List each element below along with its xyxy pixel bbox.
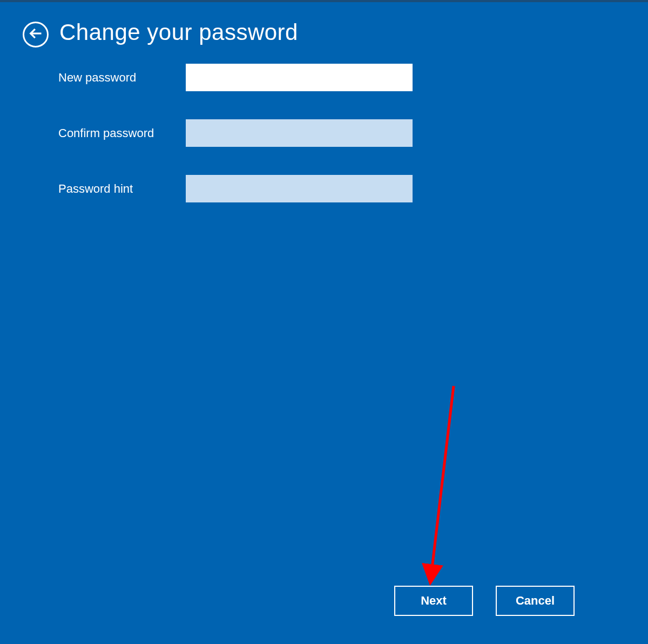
confirm-password-row: Confirm password: [58, 119, 413, 147]
new-password-row: New password: [58, 64, 413, 91]
new-password-input[interactable]: [186, 64, 413, 91]
dialog-button-bar: Next Cancel: [394, 586, 575, 616]
next-button[interactable]: Next: [394, 586, 473, 616]
password-hint-input[interactable]: [186, 175, 413, 202]
page-title: Change your password: [59, 19, 298, 45]
svg-line-2: [431, 386, 454, 578]
password-hint-row: Password hint: [58, 175, 413, 202]
window-top-border: [0, 0, 648, 2]
password-hint-label: Password hint: [58, 182, 186, 196]
cancel-button[interactable]: Cancel: [496, 586, 575, 616]
password-form: New password Confirm password Password h…: [58, 64, 413, 231]
back-arrow-icon: [28, 26, 43, 43]
new-password-label: New password: [58, 71, 186, 85]
annotation-arrow-icon: [394, 383, 459, 591]
back-button[interactable]: [23, 22, 49, 48]
confirm-password-label: Confirm password: [58, 126, 186, 140]
confirm-password-input[interactable]: [186, 119, 413, 147]
